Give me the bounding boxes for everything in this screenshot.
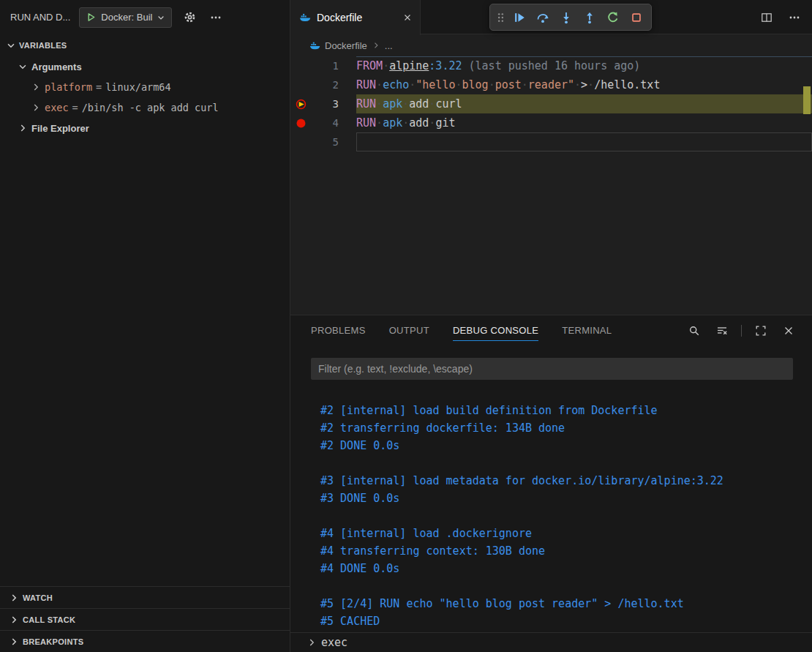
code-line: 1FROM·alpine:3.22 (last pushed 16 hours … bbox=[290, 56, 812, 75]
close-icon[interactable] bbox=[402, 12, 413, 23]
vscode-window: RUN AND D... Docker: Buil VARIABLE bbox=[0, 0, 812, 652]
line-number: 3 bbox=[311, 94, 339, 113]
debug-start-icon[interactable] bbox=[86, 12, 97, 23]
debug-toolbar bbox=[489, 4, 652, 31]
scope-file-explorer[interactable]: File Explorer bbox=[0, 118, 290, 138]
file-explorer-scope-label: File Explorer bbox=[31, 123, 89, 134]
code-text[interactable] bbox=[356, 132, 812, 151]
section-breakpoints[interactable]: BREAKPOINTS bbox=[0, 630, 290, 652]
code-text[interactable]: RUN·apk·add·git bbox=[356, 113, 812, 132]
section-variables[interactable]: VARIABLES bbox=[0, 34, 290, 56]
breadcrumb-more[interactable]: ... bbox=[385, 40, 393, 51]
console-line: #5 CACHED bbox=[320, 612, 812, 630]
step-over-button[interactable] bbox=[532, 7, 554, 29]
code-token: · bbox=[402, 97, 409, 110]
code-token: curl bbox=[435, 97, 462, 110]
breakpoint-margin[interactable] bbox=[290, 132, 311, 151]
scope-arguments[interactable]: Arguments bbox=[0, 56, 290, 77]
docker-whale-icon bbox=[309, 40, 320, 51]
code-token: (last pushed 16 hours ago) bbox=[469, 59, 641, 72]
breadcrumb-file[interactable]: Dockerfile bbox=[325, 40, 367, 51]
code-token: apk bbox=[383, 116, 402, 130]
code-token: post bbox=[495, 78, 522, 91]
gripper-icon[interactable] bbox=[494, 7, 507, 29]
editor-tab-bar: Dockerfile bbox=[290, 0, 812, 34]
debug-console-output: #2 [internal] load build definition from… bbox=[290, 380, 812, 632]
panel-tab-problems[interactable]: PROBLEMS bbox=[311, 321, 366, 341]
console-line: #2 DONE 0.0s bbox=[320, 437, 812, 454]
section-label: BREAKPOINTS bbox=[23, 637, 83, 646]
console-line bbox=[320, 454, 812, 472]
variables-tree: Arguments platform=linux/arm64exec=/bin/… bbox=[0, 56, 290, 586]
editor-column: Dockerfile bbox=[290, 0, 812, 652]
maximize-panel-icon[interactable] bbox=[752, 322, 770, 340]
settings-gear-icon[interactable] bbox=[181, 9, 198, 26]
step-into-button[interactable] bbox=[555, 7, 577, 29]
debug-current-line-icon[interactable] bbox=[290, 94, 311, 113]
code-token: > bbox=[581, 78, 587, 91]
search-icon[interactable] bbox=[685, 322, 703, 340]
breakpoint-margin[interactable] bbox=[290, 75, 311, 94]
code-token: /hello.txt bbox=[594, 78, 660, 91]
code-text[interactable]: RUN·echo·"hello·blog·post·reader"·>·/hel… bbox=[356, 75, 812, 94]
more-actions-icon[interactable] bbox=[786, 9, 803, 26]
more-actions-icon[interactable] bbox=[207, 9, 225, 26]
panel-tabs-list: PROBLEMSOUTPUTDEBUG CONSOLETERMINAL bbox=[311, 321, 612, 341]
step-out-button[interactable] bbox=[579, 7, 601, 29]
variable-row-exec[interactable]: exec=/bin/sh -c apk add curl bbox=[0, 97, 290, 118]
code-token: · bbox=[409, 78, 416, 91]
panel-tab-terminal[interactable]: TERMINAL bbox=[562, 321, 612, 341]
stop-button[interactable] bbox=[625, 7, 647, 29]
console-line bbox=[320, 577, 812, 595]
code-token: FROM bbox=[356, 59, 383, 72]
code-token: apk bbox=[383, 97, 402, 110]
code-token bbox=[462, 59, 469, 72]
chevron-right-icon bbox=[9, 593, 19, 603]
panel-actions bbox=[685, 315, 797, 346]
chevron-down-icon bbox=[157, 13, 165, 22]
code-token: git bbox=[435, 116, 455, 130]
code-editor: 1FROM·alpine:3.22 (last pushed 16 hours … bbox=[290, 56, 812, 151]
exec-label: exec bbox=[321, 636, 347, 649]
code-token: · bbox=[455, 78, 462, 91]
variable-row-platform[interactable]: platform=linux/arm64 bbox=[0, 77, 290, 97]
sidebar-bottom-sections: WATCHCALL STACKBREAKPOINTS bbox=[0, 586, 290, 652]
breakpoint-margin[interactable] bbox=[290, 56, 311, 75]
arguments-scope-label: Arguments bbox=[31, 61, 82, 72]
chevron-right-icon bbox=[18, 123, 28, 133]
split-editor-icon[interactable] bbox=[758, 9, 775, 26]
launch-config-dropdown[interactable]: Docker: Buil bbox=[79, 7, 172, 28]
console-line: #3 [internal] load metadata for docker.i… bbox=[320, 472, 812, 490]
section-call-stack[interactable]: CALL STACK bbox=[0, 608, 290, 630]
chevron-right-icon bbox=[372, 41, 380, 50]
variables-section-label: VARIABLES bbox=[19, 41, 67, 50]
line-number: 4 bbox=[311, 113, 339, 132]
clear-console-icon[interactable] bbox=[713, 322, 731, 340]
line-number: 2 bbox=[311, 75, 339, 94]
code-token: RUN bbox=[356, 97, 376, 110]
section-watch[interactable]: WATCH bbox=[0, 586, 290, 608]
restart-button[interactable] bbox=[602, 7, 624, 29]
continue-button[interactable] bbox=[508, 7, 530, 29]
code-token: alpine bbox=[389, 59, 429, 72]
code-text[interactable]: FROM·alpine:3.22 (last pushed 16 hours a… bbox=[356, 56, 812, 75]
variable-value: linux/arm64 bbox=[105, 81, 170, 93]
panel-tab-debug-console[interactable]: DEBUG CONSOLE bbox=[453, 321, 538, 341]
code-token: · bbox=[402, 116, 409, 130]
variable-equals: = bbox=[96, 81, 102, 93]
code-token: · bbox=[574, 78, 581, 91]
code-token: · bbox=[522, 78, 528, 91]
code-token: add bbox=[409, 116, 429, 130]
docker-whale-icon bbox=[299, 12, 311, 23]
console-item-exec[interactable]: exec bbox=[290, 632, 812, 652]
console-line: #5 [2/4] RUN echo "hello blog post reade… bbox=[320, 595, 812, 612]
close-panel-icon[interactable] bbox=[780, 322, 797, 340]
editor-area: Dockerfile ... 1FROM·alpine:3.22 (last p… bbox=[290, 34, 812, 315]
code-text[interactable]: RUN·apk·add·curl bbox=[356, 94, 812, 113]
breakpoint-icon[interactable] bbox=[290, 113, 311, 132]
console-line: #3 DONE 0.0s bbox=[320, 490, 812, 507]
chevron-right-icon bbox=[9, 615, 19, 625]
tab-dockerfile[interactable]: Dockerfile bbox=[290, 0, 421, 35]
panel-tab-output[interactable]: OUTPUT bbox=[389, 321, 429, 341]
filter-input[interactable] bbox=[311, 358, 793, 380]
